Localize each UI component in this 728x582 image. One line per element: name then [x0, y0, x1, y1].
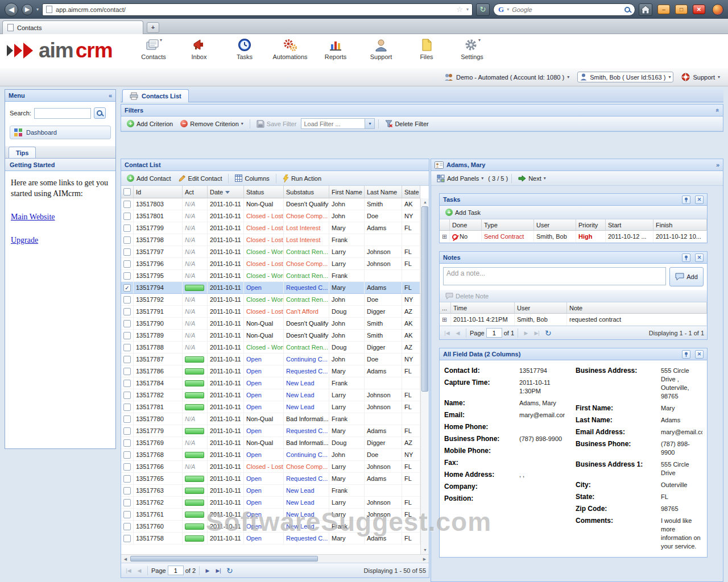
back-icon[interactable]: ◀: [5, 3, 18, 16]
note-input[interactable]: [443, 267, 666, 285]
sidebar-search-input[interactable]: [34, 108, 91, 119]
search-engine-caret-icon[interactable]: ▾: [507, 7, 509, 12]
delete-note-button[interactable]: Delete Note: [442, 292, 491, 301]
last-page-icon[interactable]: ▶|: [214, 566, 223, 576]
table-row[interactable]: 13517762 2011-10-11 Open New Lead Larry …: [121, 497, 420, 509]
nav-item-inbox[interactable]: Inbox: [176, 35, 222, 60]
table-row[interactable]: 13517781 2011-10-11 Open New Lead Larry …: [121, 401, 420, 413]
table-row[interactable]: 13517792 N/A 2011-10-11 Closed - Won Con…: [121, 294, 420, 306]
row-checkbox[interactable]: [123, 523, 131, 530]
reload-icon[interactable]: ↻: [476, 3, 490, 16]
link-upgrade[interactable]: Upgrade: [11, 235, 110, 246]
pin-panel-icon[interactable]: [682, 253, 690, 262]
last-page-icon[interactable]: ▶|: [532, 328, 541, 338]
sidebar-item-dashboard[interactable]: Dashboard: [10, 126, 111, 139]
load-filter-input[interactable]: [301, 120, 365, 127]
row-checkbox[interactable]: [123, 475, 131, 483]
sidebar-search-button[interactable]: [94, 107, 106, 119]
row-checkbox[interactable]: [123, 320, 131, 327]
chevron-down-icon[interactable]: ▾: [718, 74, 720, 80]
table-row[interactable]: 13517758 2011-10-11 Open Requested C... …: [121, 533, 420, 544]
table-row[interactable]: ✓ 13517794 2011-10-11 Open Requested C..…: [121, 282, 420, 294]
row-checkbox[interactable]: [123, 380, 131, 387]
new-tab-button[interactable]: +: [147, 22, 159, 33]
refresh-icon[interactable]: ↻: [545, 329, 552, 338]
checkbox-icon[interactable]: [123, 188, 131, 196]
browser-search-input[interactable]: [512, 6, 622, 13]
chevron-down-icon[interactable]: ▾: [567, 74, 569, 80]
add-contact-button[interactable]: Add Contact: [124, 173, 174, 183]
row-checkbox[interactable]: [123, 415, 131, 423]
url-bar[interactable]: app.aimcrm.com/contact/ ☆ ▾: [42, 3, 473, 16]
col-first-name[interactable]: First Name: [329, 186, 365, 198]
table-row[interactable]: 13517763 2011-10-11 Open New Lead Frank: [121, 485, 420, 497]
select-all-header[interactable]: [121, 186, 134, 198]
table-row[interactable]: 13517766 N/A 2011-10-11 Closed - Lost Ch…: [121, 461, 420, 473]
col-act[interactable]: Act: [183, 186, 208, 198]
nav-item-support[interactable]: Support: [358, 35, 404, 60]
row-checkbox[interactable]: [123, 499, 131, 506]
next-page-icon[interactable]: ▶: [203, 566, 212, 576]
forward-icon[interactable]: ▶: [22, 4, 33, 15]
minimize-icon[interactable]: –: [657, 5, 670, 14]
scrollbar-thumb[interactable]: [130, 556, 318, 562]
table-row[interactable]: 13517779 2011-10-11 Open Requested C... …: [121, 425, 420, 437]
row-checkbox[interactable]: [123, 439, 131, 447]
search-icon[interactable]: [624, 7, 630, 13]
row-checkbox[interactable]: [123, 332, 131, 339]
nav-item-reports[interactable]: Reports: [313, 35, 358, 60]
col-user[interactable]: User: [515, 302, 567, 314]
nav-item-contacts[interactable]: ▾ Contacts: [131, 35, 176, 60]
expander-icon[interactable]: ⊞: [442, 316, 447, 323]
col-last-name[interactable]: Last Name: [365, 186, 402, 198]
table-row[interactable]: 13517769 N/A 2011-10-11 Non-Qual Bad Inf…: [121, 437, 420, 449]
history-caret-icon[interactable]: ▾: [36, 7, 39, 12]
col-id[interactable]: Id: [134, 186, 183, 198]
row-checkbox[interactable]: [123, 463, 131, 471]
table-row[interactable]: 13517760 2011-10-11 Open New Lead Frank: [121, 521, 420, 533]
scroll-right-icon[interactable]: ▶: [420, 555, 429, 563]
refresh-icon[interactable]: ↻: [226, 566, 233, 575]
col-user[interactable]: User: [534, 219, 576, 231]
row-checkbox[interactable]: [123, 344, 131, 351]
col-state[interactable]: State: [402, 186, 420, 198]
delete-filter-button[interactable]: Delete Filter: [382, 119, 431, 128]
account-selector[interactable]: Demo - Automated ( Account Id: 1080 ) ▾: [444, 73, 569, 81]
browser-search-box[interactable]: G ▾: [493, 3, 635, 16]
scrollbar-thumb[interactable]: [421, 206, 428, 392]
support-menu[interactable]: Support ▾: [681, 73, 720, 81]
table-row[interactable]: 13517784 2011-10-11 Open New Lead Frank: [121, 377, 420, 389]
add-task-button[interactable]: Add Task: [442, 207, 483, 217]
link-main-website[interactable]: Main Website: [11, 212, 110, 223]
user-selector[interactable]: Smith, Bob ( User Id:5163 ) ▾: [577, 72, 673, 82]
nav-item-files[interactable]: Files: [404, 35, 449, 60]
col-finish[interactable]: Finish: [653, 219, 707, 231]
page-number-input[interactable]: [168, 566, 184, 575]
col-priority[interactable]: Priority: [576, 219, 606, 231]
add-panels-button[interactable]: Add Panels ▾: [434, 173, 486, 184]
save-filter-button[interactable]: Save Filter: [254, 119, 300, 129]
addon-icon[interactable]: [712, 4, 723, 15]
pin-panel-icon[interactable]: [682, 196, 690, 204]
close-panel-icon[interactable]: ✕: [695, 196, 704, 204]
edit-contact-button[interactable]: Edit Contact: [176, 173, 225, 183]
next-contact-button[interactable]: Next ▾: [515, 174, 549, 183]
table-row[interactable]: 13517788 N/A 2011-10-11 Closed - Won Con…: [121, 342, 420, 354]
scroll-down-icon[interactable]: ▼: [421, 546, 429, 554]
maximize-icon[interactable]: □: [675, 5, 688, 14]
nav-item-tasks[interactable]: Tasks: [222, 35, 267, 60]
url-dropdown-icon[interactable]: ▾: [466, 7, 469, 12]
table-row[interactable]: 13517787 2011-10-11 Open Continuing C...…: [121, 354, 420, 365]
row-checkbox[interactable]: [123, 427, 131, 435]
col-done[interactable]: Done: [450, 219, 482, 231]
close-icon[interactable]: ✕: [693, 5, 705, 14]
table-row[interactable]: 13517798 N/A 2011-10-11 Closed - Lost Lo…: [121, 234, 420, 246]
row-checkbox[interactable]: [123, 308, 131, 315]
tab-tips[interactable]: Tips: [9, 147, 36, 158]
scroll-left-icon[interactable]: ◀: [121, 555, 130, 563]
row-checkbox[interactable]: [123, 356, 131, 363]
url-text[interactable]: app.aimcrm.com/contact/: [56, 6, 453, 13]
table-row[interactable]: 13517795 N/A 2011-10-11 Closed - Won Con…: [121, 270, 420, 282]
expander-icon[interactable]: ⊞: [442, 233, 447, 240]
first-page-icon[interactable]: |◀: [442, 328, 452, 338]
